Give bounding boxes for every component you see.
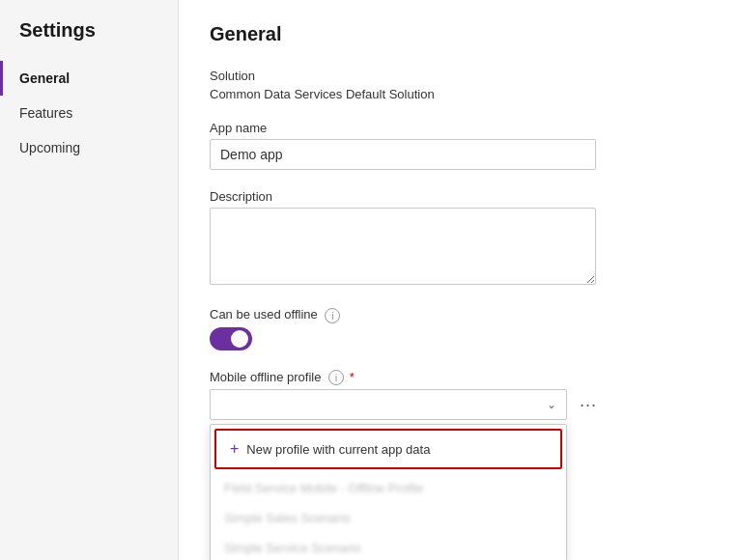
chevron-down-icon: ⌄ — [547, 398, 556, 411]
solution-value: Common Data Services Default Solution — [210, 87, 708, 101]
app-name-input[interactable] — [210, 139, 596, 170]
dropdown-row: ⌄ ··· + New profile with current app dat… — [210, 389, 708, 420]
toggle-knob — [231, 330, 248, 348]
sidebar-item-label-features: Features — [19, 105, 72, 121]
sidebar: Settings General Features Upcoming — [0, 0, 179, 560]
app-name-field: App name — [210, 121, 708, 170]
description-input[interactable] — [210, 208, 596, 285]
description-field: Description — [210, 189, 708, 288]
offline-toggle-row — [210, 327, 708, 350]
plus-icon: + — [230, 440, 239, 458]
sidebar-item-general[interactable]: General — [0, 61, 178, 96]
dropdown-option-2[interactable]: Simple Sales Scenario — [211, 503, 566, 533]
sidebar-title: Settings — [0, 19, 178, 61]
app-name-label: App name — [210, 121, 708, 135]
solution-label: Solution — [210, 69, 708, 83]
dropdown-option-3[interactable]: Simple Service Scenario — [211, 533, 566, 560]
mobile-profile-dropdown[interactable]: ⌄ — [210, 389, 567, 420]
description-label: Description — [210, 189, 708, 204]
mobile-profile-label: Mobile offline profile i * — [210, 370, 708, 386]
solution-field: Solution Common Data Services Default So… — [210, 69, 708, 101]
sidebar-item-label-upcoming: Upcoming — [19, 140, 80, 155]
sidebar-item-features[interactable]: Features — [0, 96, 178, 130]
offline-label: Can be used offline i — [210, 307, 708, 323]
new-profile-option[interactable]: + New profile with current app data — [214, 429, 562, 469]
offline-toggle[interactable] — [210, 327, 252, 350]
ellipsis-button[interactable]: ··· — [575, 391, 602, 418]
dropdown-option-1[interactable]: Field Service Mobile - Offline Profile — [211, 473, 566, 503]
offline-info-icon[interactable]: i — [325, 308, 340, 323]
offline-field: Can be used offline i — [210, 307, 708, 350]
new-profile-label: New profile with current app data — [246, 442, 430, 457]
sidebar-item-label-general: General — [19, 70, 70, 86]
page-title: General — [210, 23, 708, 45]
required-star: * — [350, 370, 355, 384]
mobile-profile-info-icon[interactable]: i — [328, 370, 344, 385]
sidebar-item-upcoming[interactable]: Upcoming — [0, 130, 178, 165]
mobile-profile-field: Mobile offline profile i * ⌄ ··· + New p… — [210, 370, 708, 421]
main-content: General Solution Common Data Services De… — [179, 0, 739, 560]
dropdown-popup: + New profile with current app data Fiel… — [210, 424, 567, 560]
